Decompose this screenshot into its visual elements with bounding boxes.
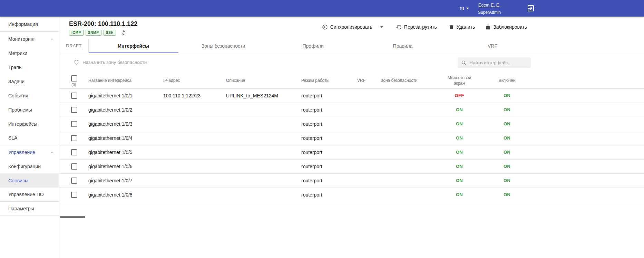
cell-enabled-status: ON — [487, 173, 527, 188]
cell-zone — [381, 117, 432, 131]
assign-zone-button[interactable]: Назначить зону безопасности — [74, 59, 147, 65]
horizontal-scrollbar-thumb[interactable] — [60, 216, 85, 218]
cell-name: gigabitethernet 1/0/4 — [88, 131, 163, 145]
cell-enabled-status: ON — [487, 159, 527, 173]
row-checkbox[interactable] — [71, 93, 77, 99]
cell-name: gigabitethernet 1/0/2 — [88, 103, 163, 117]
tab-draft[interactable]: DRAFT — [59, 39, 88, 53]
tab-security-zones[interactable]: Зоны безопасности — [178, 39, 268, 53]
tab-profiles[interactable]: Профили — [268, 39, 358, 53]
chevron-up-icon — [50, 150, 54, 154]
language-selector[interactable]: ru — [460, 0, 469, 17]
synchronize-label: Синхронизировать — [330, 24, 372, 30]
sidebar-item-configurations[interactable]: Конфигурации — [0, 159, 59, 173]
cell-filler — [527, 159, 644, 173]
sync-options-button[interactable] — [380, 26, 383, 28]
restore-icon — [396, 24, 402, 30]
sidebar-item-software[interactable]: Управление ПО — [0, 188, 59, 202]
sidebar-item-information[interactable]: Информация — [0, 17, 59, 32]
cell-firewall-status: ON — [432, 159, 487, 173]
sidebar-item-label: Информация — [8, 21, 38, 27]
table-row[interactable]: gigabitethernet 1/0/3routerportONON — [59, 117, 644, 131]
table-row[interactable]: gigabitethernet 1/0/2routerportONON — [59, 103, 644, 117]
sidebar-item-interfaces[interactable]: Интерфейсы — [0, 117, 59, 131]
sidebar-item-monitoring[interactable]: Мониторинг — [0, 32, 59, 46]
row-checkbox[interactable] — [71, 178, 77, 184]
cell-filler — [527, 103, 644, 117]
cell-name: gigabitethernet 1/0/8 — [88, 188, 163, 202]
cell-zone — [381, 188, 432, 202]
refresh-status-button[interactable] — [121, 30, 126, 36]
table-row[interactable]: gigabitethernet 1/0/4routerportONON — [59, 131, 644, 145]
reboot-button[interactable]: Перезагрузить — [396, 24, 437, 30]
sidebar-item-services[interactable]: Сервисы — [0, 173, 59, 188]
cell-name: gigabitethernet 1/0/6 — [88, 159, 163, 173]
cell-description — [226, 188, 301, 202]
cell-mode: routerport — [301, 103, 357, 117]
sidebar-item-metrics[interactable]: Метрики — [0, 46, 59, 60]
row-checkbox[interactable] — [71, 149, 77, 155]
table-row[interactable]: gigabitethernet 1/0/7routerportONON — [59, 173, 644, 188]
table-row[interactable]: gigabitethernet 1/0/5routerportONON — [59, 145, 644, 159]
row-checkbox[interactable] — [71, 163, 77, 170]
row-checkbox[interactable] — [71, 107, 77, 113]
sidebar-item-problems[interactable]: Проблемы — [0, 103, 59, 117]
delete-button[interactable]: Удалить — [449, 24, 475, 30]
cell-zone — [381, 159, 432, 173]
cell-vrf — [357, 117, 381, 131]
sidebar-item-label: SLA — [8, 135, 17, 141]
shield-icon — [74, 59, 79, 65]
cell-description — [226, 145, 301, 159]
cell-enabled-status: ON — [487, 131, 527, 145]
search-input[interactable] — [469, 60, 527, 65]
synchronize-button[interactable]: Синхронизировать — [322, 24, 372, 30]
sidebar-item-label: Проблемы — [8, 107, 32, 113]
user-name-link[interactable]: Eccm E. E. — [478, 2, 500, 8]
cell-enabled-status: ON — [487, 188, 527, 202]
language-label: ru — [460, 6, 464, 11]
table-header-row: (0) Название интерфейса IP-адрес Описани… — [59, 73, 644, 88]
cell-firewall-status: ON — [432, 145, 487, 159]
cell-description — [226, 117, 301, 131]
cell-ip — [163, 103, 226, 117]
chevron-down-icon — [380, 26, 383, 28]
tab-vrf[interactable]: VRF — [448, 39, 537, 53]
device-header: ESR-200: 100.110.1.122 ICMPSNMPSSH Синхр… — [59, 17, 644, 39]
cell-filler — [527, 131, 644, 145]
cell-mode: routerport — [301, 188, 357, 202]
sidebar-item-traps[interactable]: Трапы — [0, 60, 59, 74]
sidebar-item-tasks[interactable]: Задачи — [0, 74, 59, 88]
cell-ip — [163, 117, 226, 131]
sidebar-item-parameters[interactable]: Параметры — [0, 202, 59, 216]
sidebar-item-management[interactable]: Управление — [0, 145, 59, 159]
sidebar-item-sla[interactable]: SLA — [0, 131, 59, 145]
cell-ip — [163, 159, 226, 173]
cell-filler — [527, 145, 644, 159]
table-row[interactable]: gigabitethernet 1/0/1100.110.1.122/23UPL… — [59, 88, 644, 103]
row-checkbox[interactable] — [71, 121, 77, 127]
logout-button[interactable] — [527, 4, 535, 12]
cell-firewall-status: OFF — [432, 88, 487, 103]
cell-vrf — [357, 103, 381, 117]
cell-filler — [527, 173, 644, 188]
protocol-badge-icmp: ICMP — [69, 30, 84, 36]
select-all-checkbox[interactable] — [71, 75, 77, 82]
cell-zone — [381, 88, 432, 103]
row-checkbox[interactable] — [71, 135, 77, 141]
block-button[interactable]: Заблокировать — [485, 24, 527, 30]
block-label: Заблокировать — [493, 24, 527, 30]
tab-rules[interactable]: Правила — [358, 39, 448, 53]
cell-description — [226, 131, 301, 145]
tab-interfaces[interactable]: Интерфейсы — [89, 39, 178, 53]
assign-zone-label: Назначить зону безопасности — [82, 60, 147, 65]
cell-description — [226, 103, 301, 117]
cell-firewall-status: ON — [432, 117, 487, 131]
row-checkbox[interactable] — [71, 192, 77, 198]
cell-mode: routerport — [301, 131, 357, 145]
protocol-badge-snmp: SNMP — [86, 30, 101, 36]
column-header-vrf: VRF — [357, 73, 381, 88]
sidebar-item-events[interactable]: События — [0, 88, 59, 103]
table-row[interactable]: gigabitethernet 1/0/6routerportONON — [59, 159, 644, 173]
table-row[interactable]: gigabitethernet 1/0/8routerportONON — [59, 188, 644, 202]
column-header-zone: Зона безопасности — [381, 73, 432, 88]
